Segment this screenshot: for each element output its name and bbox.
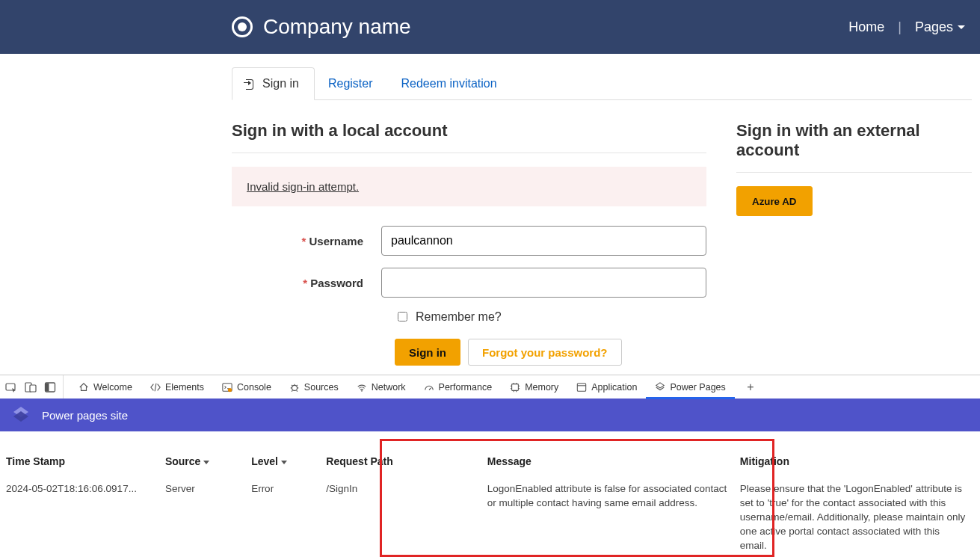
chevron-down-icon: [203, 461, 209, 464]
log-cell-timestamp: 2024-05-02T18:16:06.0917...: [6, 479, 165, 556]
log-cell-source: Server: [165, 479, 251, 556]
external-signin-heading: Sign in with an external account: [736, 121, 972, 173]
console-icon: [222, 382, 232, 393]
svg-rect-10: [578, 383, 586, 391]
powerpages-banner: Power pages site: [0, 399, 980, 431]
azure-ad-button[interactable]: Azure AD: [736, 186, 813, 216]
brand-logo-icon: [232, 16, 253, 37]
powerpages-icon: [655, 382, 665, 393]
svg-point-6: [228, 387, 232, 391]
main-content: Sign in Register Redeem invitation Sign …: [224, 67, 979, 366]
window-icon: [576, 382, 587, 393]
brand-name: Company name: [263, 15, 411, 39]
signin-error-alert: Invalid sign-in attempt.: [232, 167, 706, 206]
signin-button[interactable]: Sign in: [395, 339, 460, 366]
devtools-tab-memory[interactable]: Memory: [501, 375, 567, 399]
log-header-source[interactable]: Source: [165, 448, 251, 479]
chevron-down-icon: [958, 25, 965, 29]
password-input[interactable]: [381, 268, 706, 298]
remember-checkbox[interactable]: [398, 312, 407, 321]
devtools-tab-console[interactable]: Console: [213, 375, 280, 399]
devtools-tab-powerpages[interactable]: Power Pages: [646, 375, 734, 399]
tab-signin-label: Sign in: [262, 77, 299, 90]
log-table: Time Stamp Source Level Request Path Mes…: [6, 448, 974, 556]
powerpages-logo-icon: [10, 404, 31, 425]
devtools-tab-application[interactable]: Application: [567, 375, 646, 399]
nav-separator: |: [898, 19, 902, 35]
svg-point-8: [361, 390, 363, 391]
nav-pages-label: Pages: [915, 19, 953, 35]
devtools-tab-welcome[interactable]: Welcome: [70, 375, 141, 399]
svg-point-7: [292, 385, 297, 390]
log-header-timestamp[interactable]: Time Stamp: [6, 448, 165, 479]
username-input[interactable]: [381, 226, 706, 256]
home-icon: [78, 382, 89, 393]
remember-label: Remember me?: [416, 310, 502, 324]
devtools-tab-network[interactable]: Network: [348, 375, 415, 399]
bug-icon: [289, 382, 300, 393]
powerpages-banner-title: Power pages site: [42, 409, 128, 422]
tab-redeem-label: Redeem invitation: [401, 77, 497, 90]
auth-tabs: Sign in Register Redeem invitation: [232, 67, 972, 100]
log-header-path[interactable]: Request Path: [326, 448, 487, 479]
nav-home[interactable]: Home: [848, 19, 884, 35]
signin-error-text: Invalid sign-in attempt.: [247, 180, 359, 193]
required-marker: *: [302, 235, 306, 247]
devtools-add-tab[interactable]: +: [742, 379, 759, 396]
top-nav: Company name Home | Pages: [0, 0, 980, 54]
devtools-tab-performance[interactable]: Performance: [415, 375, 502, 399]
chip-icon: [510, 382, 520, 393]
tab-register-label: Register: [328, 77, 373, 90]
log-panel: Time Stamp Source Level Request Path Mes…: [0, 431, 980, 560]
tab-signin[interactable]: Sign in: [232, 67, 315, 100]
log-header-message[interactable]: Message: [487, 448, 740, 479]
device-toggle-icon[interactable]: [24, 381, 37, 394]
gauge-icon: [424, 382, 434, 393]
devtools-tab-elements[interactable]: Elements: [141, 375, 213, 399]
dock-icon[interactable]: [43, 381, 57, 394]
tab-redeem[interactable]: Redeem invitation: [388, 67, 512, 99]
forgot-password-button[interactable]: Forgot your password?: [468, 339, 622, 366]
log-cell-message: LogonEnabled attribute is false for asso…: [487, 479, 740, 556]
svg-rect-9: [512, 384, 519, 390]
log-cell-mitigation: Please ensure that the 'LogonEnabled' at…: [740, 479, 974, 556]
wifi-icon: [357, 382, 367, 393]
tab-register[interactable]: Register: [315, 67, 388, 99]
inspect-icon[interactable]: [4, 381, 18, 394]
code-icon: [150, 382, 161, 393]
signin-arrow-icon: [246, 79, 258, 89]
svg-rect-4: [46, 383, 49, 391]
log-cell-path: /SignIn: [326, 479, 487, 556]
brand: Company name: [232, 15, 411, 39]
chevron-down-icon: [281, 461, 287, 464]
log-row[interactable]: 2024-05-02T18:16:06.0917... Server Error…: [6, 479, 974, 556]
local-signin-heading: Sign in with a local account: [232, 121, 706, 153]
devtools-tab-sources[interactable]: Sources: [280, 375, 348, 399]
required-marker: *: [303, 277, 307, 289]
username-label: *Username: [232, 235, 381, 247]
svg-rect-2: [30, 385, 36, 392]
nav-pages-dropdown[interactable]: Pages: [915, 19, 965, 35]
devtools-tabstrip: Welcome Elements Console Sources Network…: [0, 375, 980, 399]
log-cell-level: Error: [251, 479, 326, 556]
password-label: *Password: [232, 277, 381, 289]
log-header-mitigation[interactable]: Mitigation: [740, 448, 974, 479]
log-header-level[interactable]: Level: [251, 448, 326, 479]
